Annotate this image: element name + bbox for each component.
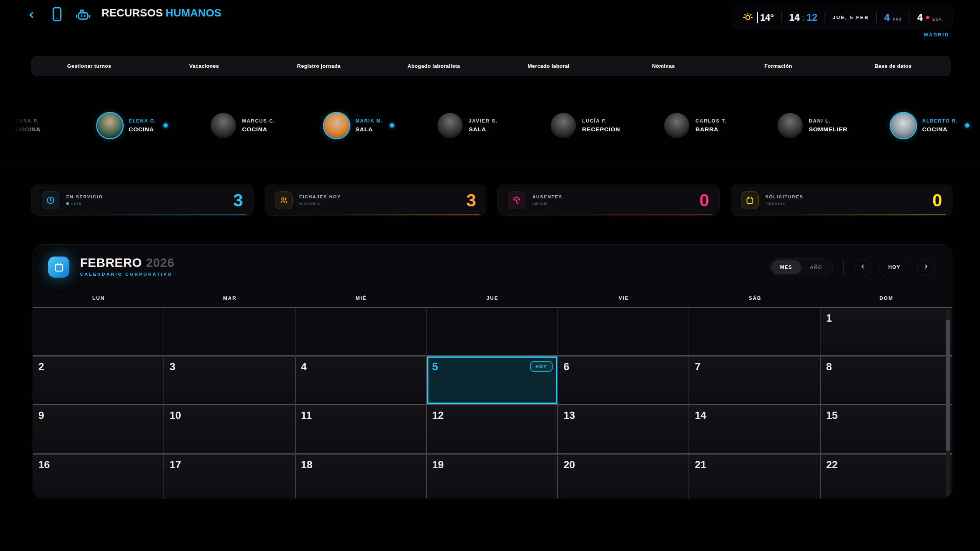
team-member[interactable]: MARIA M. SALA — [324, 113, 437, 138]
stat-sublabel-wrap: LIVE — [66, 201, 103, 206]
calendar-day-cell[interactable]: 19 — [427, 455, 558, 499]
stat-sublabel: HISTORIC — [299, 201, 321, 206]
calendar-day-cell[interactable]: 5 HOY — [427, 356, 558, 405]
team-member[interactable]: ALBERTO R. COCINA — [891, 113, 980, 138]
team-member[interactable]: CARLOS T. BARRA — [664, 113, 777, 138]
assistant-button[interactable] — [75, 8, 91, 21]
day-number: 7 — [695, 361, 700, 373]
member-name: MARCUS C. — [242, 118, 275, 124]
calendar-day-cell[interactable]: 20 — [558, 455, 689, 499]
stat-glow — [538, 214, 712, 216]
stat-glow — [72, 214, 246, 216]
weekday-header: LUNMARMIÉJUEVIESÁBDOM — [33, 289, 952, 307]
scrollbar-thumb[interactable] — [946, 320, 950, 451]
nav-item[interactable]: Base de datos — [836, 56, 951, 76]
team-member[interactable]: LUCÍA F. RECEPCION — [551, 113, 664, 138]
live-dot — [66, 202, 69, 205]
day-number: 9 — [38, 410, 44, 421]
stat-labels: SOLICITUDES PENDING — [766, 195, 803, 206]
app-root: RECURSOSHUMANOS 14° 14:12 JUE, 5 FEB 4 P… — [0, 0, 980, 551]
nav-item[interactable]: Registro jornada — [262, 56, 376, 76]
stats-row: EN SERVICIO LIVE 3 FICHAJES HOY HISTORIC… — [31, 185, 952, 216]
calendar-day-cell[interactable]: 11 — [296, 405, 427, 455]
clock-minutes: 12 — [807, 12, 818, 23]
member-info: DANI L. SOMMELIER — [809, 118, 847, 133]
calendar-empty-cell[interactable] — [427, 308, 558, 356]
weekday-label: JUE — [427, 289, 558, 307]
team-member[interactable]: SARA P. COCINA — [0, 113, 97, 138]
calendar-day-cell[interactable]: 10 — [164, 405, 296, 455]
calendar-day-cell[interactable]: 6 — [558, 356, 689, 405]
day-number: 4 — [301, 361, 307, 373]
back-button[interactable] — [27, 10, 37, 20]
day-number: 6 — [563, 361, 569, 373]
stat-card[interactable]: SOLICITUDES PENDING 0 — [731, 185, 953, 216]
member-name: ALBERTO R. — [922, 118, 958, 124]
calendar-empty-cell[interactable] — [164, 308, 296, 356]
calendar-day-cell[interactable]: 9 — [33, 405, 164, 455]
avatar — [437, 113, 463, 138]
calendar-day-cell[interactable]: 2 — [33, 356, 164, 405]
weekday-label: DOM — [821, 289, 952, 307]
calendar-day-cell[interactable]: 16 — [33, 455, 164, 499]
calendar-month: FEBRERO — [80, 256, 142, 270]
stat-sublabel: LEAVE — [532, 201, 547, 206]
weekday-label: MIÉ — [296, 289, 427, 307]
nav-item[interactable]: Mercado laboral — [491, 56, 606, 76]
stat-label: AUSENTES — [532, 195, 563, 199]
calendar-day-cell[interactable]: 15 — [821, 405, 952, 455]
toggle-ano[interactable]: AÑO — [801, 260, 831, 274]
calendar-day-cell[interactable]: 3 — [164, 356, 296, 405]
member-info: ELENA G. COCINA — [129, 118, 157, 133]
calendar-day-cell[interactable]: 17 — [164, 455, 296, 499]
team-member[interactable]: ELENA G. COCINA — [97, 113, 211, 138]
mobile-app-button[interactable] — [51, 6, 64, 22]
calendar-empty-cell[interactable] — [33, 308, 164, 356]
calendar-day-cell[interactable]: 12 — [427, 405, 558, 455]
day-number: 2 — [38, 361, 44, 373]
member-info: SARA P. COCINA — [15, 118, 41, 133]
day-number: 12 — [432, 410, 444, 421]
main-nav: Gestionar turnosVacacionesRegistro jorna… — [31, 56, 951, 76]
calendar-day-cell[interactable]: 8 — [821, 356, 952, 405]
prev-month-button[interactable] — [854, 259, 871, 276]
team-member[interactable]: MARCUS C. COCINA — [211, 113, 324, 138]
nav-item[interactable]: Vacaciones — [147, 56, 262, 76]
member-info: ALBERTO R. COCINA — [922, 118, 958, 133]
calendar-empty-cell[interactable] — [558, 308, 689, 356]
team-member[interactable]: JAVIER S. SALA — [437, 113, 551, 138]
city-label: MADRID — [924, 32, 949, 38]
calendar-day-cell[interactable]: 21 — [689, 455, 821, 499]
today-button[interactable]: HOY — [878, 259, 910, 276]
toggle-mes[interactable]: MES — [771, 260, 801, 274]
day-number: 8 — [826, 361, 832, 373]
calendar-day-cell[interactable]: 22 — [821, 455, 952, 499]
team-member[interactable]: DANI L. SOMMELIER — [777, 113, 891, 138]
calendar-empty-cell[interactable] — [296, 308, 427, 356]
pax-label: PAX — [893, 17, 902, 21]
next-month-button[interactable] — [917, 259, 934, 276]
calendar-day-cell[interactable]: 13 — [558, 405, 689, 455]
logo-text-recursos: RECURSOS — [101, 7, 163, 19]
stat-sublabel-wrap: PENDING — [766, 201, 803, 206]
stat-card[interactable]: EN SERVICIO LIVE 3 — [31, 185, 254, 216]
calendar-day-cell[interactable]: 7 — [689, 356, 821, 405]
calendar-empty-cell[interactable] — [689, 308, 821, 356]
today-badge: HOY — [530, 361, 553, 372]
calendar-day-cell[interactable]: 18 — [296, 455, 427, 499]
nav-item[interactable]: Formación — [721, 56, 836, 76]
chevron-right-icon — [923, 263, 929, 271]
member-role: COCINA — [242, 126, 275, 133]
weekday-label: LUN — [33, 289, 164, 307]
calendar-day-cell[interactable]: 14 — [689, 405, 821, 455]
stat-card[interactable]: FICHAJES HOY HISTORIC 3 — [265, 185, 487, 216]
day-number: 17 — [170, 459, 181, 471]
clock-separator: : — [802, 12, 805, 23]
stat-value: 3 — [466, 191, 476, 209]
nav-item[interactable]: Nóminas — [606, 56, 721, 76]
nav-item[interactable]: Abogado laboralista — [376, 56, 491, 76]
calendar-day-cell[interactable]: 1 — [821, 308, 952, 356]
calendar-day-cell[interactable]: 4 — [296, 356, 427, 405]
stat-card[interactable]: AUSENTES LEAVE 0 — [497, 185, 720, 216]
nav-item[interactable]: Gestionar turnos — [32, 56, 147, 76]
